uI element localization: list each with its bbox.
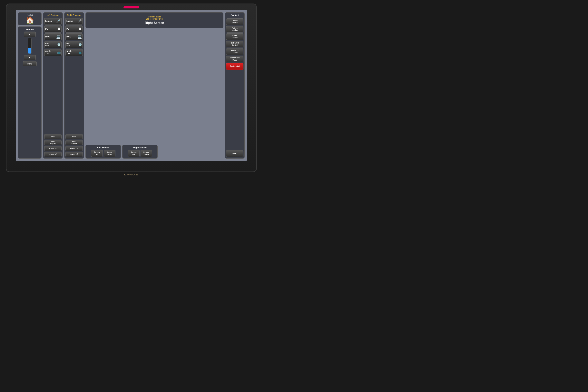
right-proj-dvd-label: DVDVCR [66, 43, 70, 47]
right-projector-title: Right Projector [67, 14, 81, 16]
right-proj-mute-button[interactable]: Mute [66, 134, 83, 139]
center-spacer [86, 30, 224, 143]
top-led-indicator [124, 6, 139, 8]
appletv-icon: 📺 [57, 51, 60, 54]
help-button[interactable]: Help [226, 150, 244, 157]
right-proj-appletv-button[interactable]: AppleTV 📺 [66, 49, 83, 56]
system-off-button[interactable]: System Off [226, 63, 244, 70]
touch-screen: Home 🏠 Volume ▲ ▼ Mute Left Projector La… [16, 10, 247, 161]
center-area: Current audio and record source: Right S… [86, 12, 224, 158]
left-proj-appletv-label: AppleTV [45, 50, 51, 55]
camera-control-button[interactable]: CameraControl [226, 18, 244, 25]
volume-title: Volume [26, 28, 34, 30]
left-screen-down-button[interactable]: ScreenDown [104, 150, 116, 157]
right-proj-power-on-button[interactable]: Power On [66, 146, 83, 151]
conference-mode-button[interactable]: ConferenceMode [226, 56, 244, 62]
left-screen-up-button[interactable]: ScreenUp [91, 150, 103, 157]
left-projector-panel: Left Projector Laptop 🎤 PC 🖥 MAC 💻 DVDVC… [43, 12, 63, 158]
left-proj-power-off-button[interactable]: Power Off [44, 152, 62, 157]
audio-info-top-text: Current audio and record source: [146, 16, 164, 20]
right-proj-dvd-button[interactable]: DVDVCR 💿 [66, 41, 83, 48]
left-proj-laptop-button[interactable]: Laptop 🎤 [44, 18, 62, 25]
volume-box: Volume ▲ ▼ Mute [18, 26, 42, 158]
left-proj-pc-label: PC [45, 28, 48, 30]
mac-icon: 💻 [56, 35, 60, 39]
right-laptop-icon: 🎤 [78, 19, 82, 23]
left-proj-auto-adjust-button[interactable]: AutoAdjust [44, 140, 62, 145]
home-box: Home 🏠 [18, 12, 42, 25]
left-screen-title: Left Screen [97, 146, 109, 149]
left-projector-title: Left Projector [46, 14, 59, 16]
right-pc-icon: 🖥 [78, 27, 82, 31]
volume-bar [28, 38, 32, 54]
audio-info-box: Current audio and record source: Right S… [86, 12, 224, 28]
left-panel: Home 🏠 Volume ▲ ▼ Mute [18, 12, 42, 158]
right-projector-panel: Right Projector Laptop 🎤 PC 🖥 MAC 💻 DVDV… [64, 12, 84, 158]
right-proj-appletv-label: AppleTV [66, 50, 72, 55]
left-proj-dvd-label: DVDVCR [45, 43, 49, 47]
right-mac-icon: 💻 [78, 35, 82, 39]
laptop-icon: 🎤 [56, 19, 60, 23]
home-title: Home [27, 14, 33, 16]
device-frame: Home 🏠 Volume ▲ ▼ Mute Left Projector La… [6, 4, 257, 172]
left-proj-appletv-button[interactable]: AppleTV 📺 [44, 49, 62, 56]
right-screen-down-button[interactable]: ScreenDown [140, 150, 152, 157]
volume-down-button[interactable]: ▼ [24, 55, 36, 60]
right-screen-buttons: ScreenUp ScreenDown [128, 150, 152, 157]
audio-control-button[interactable]: AudioControl [226, 33, 244, 40]
screens-row: Left Screen ScreenUp ScreenDown Right Sc… [86, 145, 224, 158]
dvd-icon: 💿 [57, 43, 60, 46]
right-proj-pc-button[interactable]: PC 🖥 [66, 26, 83, 32]
right-dvd-icon: 💿 [78, 43, 82, 46]
right-screen-box: Right Screen ScreenUp ScreenDown [122, 145, 158, 158]
left-proj-mac-label: MAC [45, 36, 50, 38]
right-proj-mac-button[interactable]: MAC 💻 [66, 33, 83, 40]
right-proj-auto-adjust-button[interactable]: AutoAdjust [66, 140, 83, 145]
right-proj-laptop-button[interactable]: Laptop 🎤 [66, 18, 83, 25]
control-title: Control [231, 14, 239, 17]
mute-button[interactable]: Mute [23, 61, 37, 66]
brand-label: Extron [124, 173, 138, 176]
left-proj-mac-button[interactable]: MAC 💻 [44, 33, 62, 40]
left-screen-buttons: ScreenUp ScreenDown [91, 150, 116, 157]
home-icon[interactable]: 🏠 [26, 17, 34, 24]
left-proj-pc-button[interactable]: PC 🖥 [44, 26, 62, 32]
volume-fill [28, 48, 31, 53]
right-proj-laptop-label: Laptop [66, 20, 73, 22]
left-proj-mute-button[interactable]: Mute [44, 134, 62, 139]
left-proj-power-on-button[interactable]: Power On [44, 146, 62, 151]
control-panel: Control CameraControl PodiumMonitor Audi… [225, 12, 244, 158]
pc-icon: 🖥 [57, 27, 60, 31]
right-proj-pc-label: PC [66, 28, 69, 30]
right-appletv-icon: 📺 [78, 51, 82, 54]
right-proj-power-off-button[interactable]: Power Off [66, 152, 83, 157]
left-screen-box: Left Screen ScreenUp ScreenDown [86, 145, 121, 158]
right-screen-up-button[interactable]: ScreenUp [128, 150, 140, 157]
right-proj-mac-label: MAC [66, 36, 71, 38]
volume-up-button[interactable]: ▲ [24, 32, 36, 37]
apple-tv-control-button[interactable]: Apple TVControl [226, 48, 244, 55]
dvd-vcr-control-button[interactable]: DVD VCRControl [226, 41, 244, 48]
podium-monitor-button[interactable]: PodiumMonitor [226, 26, 244, 32]
left-proj-laptop-label: Laptop [45, 20, 52, 22]
right-screen-title: Right Screen [133, 146, 146, 149]
left-proj-dvd-button[interactable]: DVDVCR 💿 [44, 41, 62, 48]
audio-info-source: Right Screen [145, 21, 164, 25]
